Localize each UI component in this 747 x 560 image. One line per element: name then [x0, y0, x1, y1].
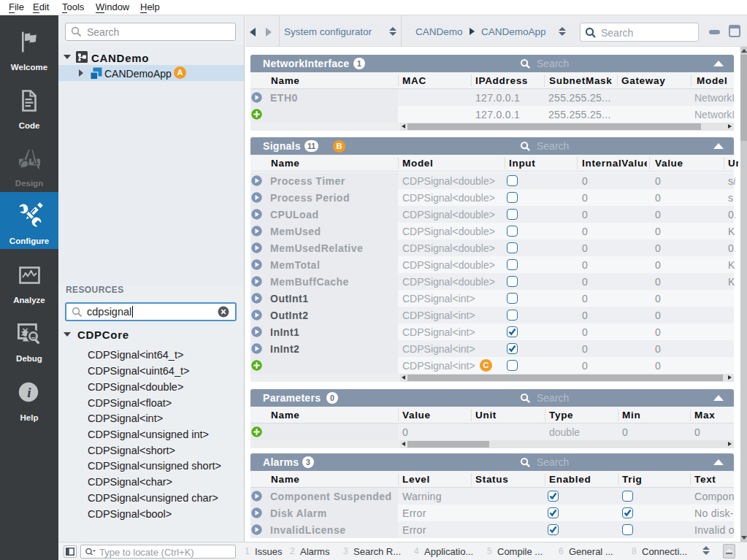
svg-text:i: i [27, 385, 31, 400]
